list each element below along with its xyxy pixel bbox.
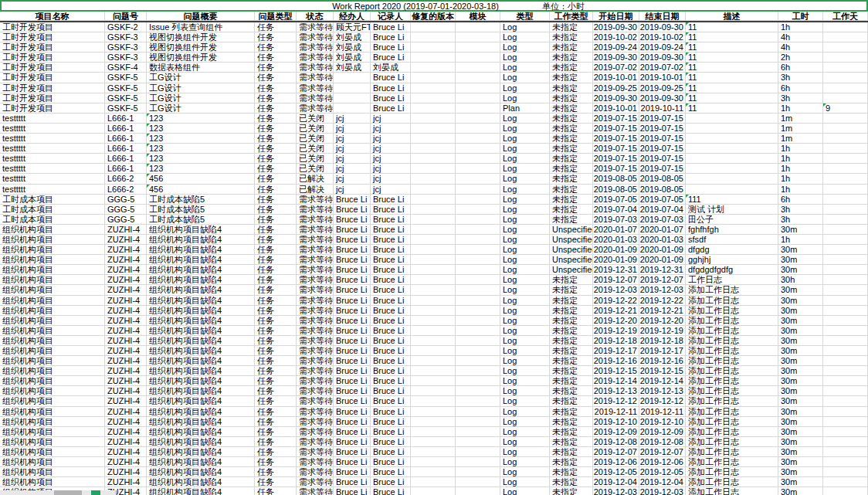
cell-assignee[interactable]: jcj <box>334 185 371 195</box>
cell-type[interactable]: Log <box>500 285 550 295</box>
cell-fix_version[interactable] <box>411 185 456 195</box>
cell-work_type[interactable]: 未指定 <box>550 103 593 114</box>
cell-workdays[interactable] <box>823 225 868 235</box>
cell-hours[interactable]: 4h <box>778 42 823 53</box>
cell-end_date[interactable]: 2019-12-05 <box>639 467 686 477</box>
cell-assignee[interactable] <box>334 83 371 93</box>
cell-recorder[interactable]: Bruce Li <box>371 215 411 225</box>
cell-fix_version[interactable] <box>411 235 456 245</box>
cell-workdays[interactable] <box>823 316 868 326</box>
cell-status[interactable]: 需求等待 <box>297 265 334 275</box>
cell-workdays[interactable] <box>823 477 868 487</box>
cell-work_type[interactable]: 未指定 <box>550 386 593 396</box>
column-header-module[interactable]: 模块 <box>456 12 500 21</box>
cell-description[interactable]: 添加工作日志 <box>686 477 778 487</box>
cell-description[interactable] <box>686 124 778 134</box>
cell-summary[interactable]: 组织机构项目缺陷4 <box>147 245 255 255</box>
cell-workdays[interactable] <box>823 93 868 103</box>
cell-issue_type[interactable]: 任务 <box>255 265 297 275</box>
column-header-summary[interactable]: 问题概要 <box>147 12 255 21</box>
cell-work_type[interactable]: 未指定 <box>550 174 593 184</box>
cell-end_date[interactable]: 2019-12-04 <box>639 477 686 487</box>
cell-hours[interactable]: 30m <box>778 457 823 467</box>
cell-end_date[interactable]: 2019-07-03 <box>639 215 686 225</box>
cell-assignee[interactable]: Bruce Li <box>334 296 371 306</box>
cell-fix_version[interactable] <box>411 326 456 336</box>
cell-description[interactable]: 11 <box>686 63 778 73</box>
cell-recorder[interactable]: Bruce Li <box>371 32 411 42</box>
cell-module[interactable] <box>456 174 500 184</box>
cell-type[interactable]: Log <box>500 427 550 437</box>
cell-issue_type[interactable]: 任务 <box>255 225 297 235</box>
cell-summary[interactable]: 组织机构项目缺陷4 <box>147 407 255 417</box>
cell-recorder[interactable]: jcj <box>371 164 411 174</box>
cell-workdays[interactable] <box>823 427 868 437</box>
cell-module[interactable] <box>456 53 500 63</box>
cell-description[interactable]: sfsdf <box>686 235 778 245</box>
cell-issue_type[interactable]: 任务 <box>255 83 297 93</box>
cell-fix_version[interactable] <box>411 42 456 53</box>
cell-status[interactable]: 已关闭 <box>297 144 334 154</box>
cell-status[interactable]: 需求等待 <box>297 457 334 467</box>
cell-summary[interactable]: 数据表格组件 <box>147 63 255 73</box>
cell-project[interactable]: 组织机构项目 <box>0 477 105 487</box>
cell-recorder[interactable]: Bruce Li <box>371 83 411 93</box>
cell-issue_type[interactable]: 任务 <box>255 336 297 346</box>
cell-issue_no[interactable]: ZUZHI-4 <box>105 336 147 346</box>
cell-start_date[interactable]: 2019-12-07 <box>593 275 639 285</box>
cell-fix_version[interactable] <box>411 83 456 93</box>
cell-issue_type[interactable]: 任务 <box>255 437 297 447</box>
cell-issue_no[interactable]: ZUZHI-4 <box>105 386 147 396</box>
cell-assignee[interactable]: Bruce Li <box>334 356 371 366</box>
cell-assignee[interactable]: jcj <box>334 154 371 164</box>
cell-project[interactable]: testtttt <box>0 164 105 174</box>
cell-assignee[interactable]: Bruce Li <box>334 396 371 406</box>
cell-summary[interactable]: 组织机构项目缺陷4 <box>147 265 255 275</box>
cell-end_date[interactable]: 2020-01-07 <box>639 225 686 235</box>
cell-issue_type[interactable]: 任务 <box>255 285 297 295</box>
cell-work_type[interactable]: 未指定 <box>550 467 593 477</box>
column-header-recorder[interactable]: 记录人 <box>371 12 411 21</box>
cell-summary[interactable]: 视图切换组件开发 <box>147 42 255 53</box>
cell-summary[interactable]: 组织机构项目缺陷4 <box>147 225 255 235</box>
cell-summary[interactable]: 工G设计 <box>147 103 255 114</box>
cell-start_date[interactable]: 2019-12-10 <box>593 417 639 427</box>
cell-workdays[interactable] <box>823 255 868 265</box>
cell-description[interactable]: 111 <box>686 195 778 205</box>
cell-fix_version[interactable] <box>411 467 456 477</box>
cell-start_date[interactable]: 2019-12-12 <box>593 396 639 406</box>
cell-project[interactable]: 组织机构项目 <box>0 376 105 386</box>
cell-workdays[interactable] <box>823 144 868 154</box>
cell-issue_no[interactable]: GSKF-5 <box>105 73 147 83</box>
cell-issue_no[interactable]: L666-1 <box>105 164 147 174</box>
cell-hours[interactable]: 30m <box>778 477 823 487</box>
cell-issue_no[interactable]: ZUZHI-4 <box>105 457 147 467</box>
cell-workdays[interactable] <box>823 447 868 457</box>
cell-work_type[interactable]: 未指定 <box>550 396 593 406</box>
cell-hours[interactable]: 30m <box>778 366 823 376</box>
cell-issue_no[interactable]: ZUZHI-4 <box>105 235 147 245</box>
cell-work_type[interactable]: 未指定 <box>550 366 593 376</box>
cell-workdays[interactable] <box>823 174 868 184</box>
cell-issue_type[interactable]: 任务 <box>255 366 297 376</box>
column-header-work_type[interactable]: 工作类型 <box>550 12 593 21</box>
cell-fix_version[interactable] <box>411 154 456 164</box>
cell-work_type[interactable]: 未指定 <box>550 32 593 42</box>
cell-work_type[interactable]: 未指定 <box>550 336 593 346</box>
cell-recorder[interactable]: jcj <box>371 144 411 154</box>
cell-assignee[interactable]: Bruce Li <box>334 205 371 215</box>
column-header-type[interactable]: 类型 <box>500 12 550 21</box>
cell-hours[interactable]: 30m <box>778 417 823 427</box>
cell-issue_type[interactable]: 任务 <box>255 114 297 124</box>
cell-recorder[interactable]: Bruce Li <box>371 316 411 326</box>
cell-issue_type[interactable]: 任务 <box>255 245 297 255</box>
cell-summary[interactable]: 组织机构项目缺陷4 <box>147 417 255 427</box>
cell-type[interactable]: Log <box>500 407 550 417</box>
cell-description[interactable]: 11 <box>686 103 778 114</box>
cell-fix_version[interactable] <box>411 366 456 376</box>
cell-hours[interactable]: 1h <box>778 154 823 164</box>
cell-issue_type[interactable]: 任务 <box>255 63 297 73</box>
cell-recorder[interactable]: jcj <box>371 124 411 134</box>
cell-project[interactable]: 组织机构项目 <box>0 296 105 306</box>
cell-project[interactable]: 工时成本项目 <box>0 205 105 215</box>
